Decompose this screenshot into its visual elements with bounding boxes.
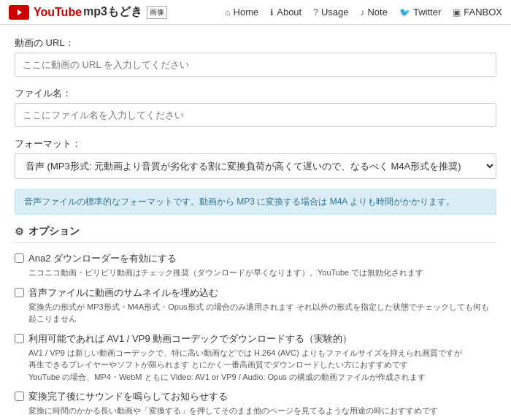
option-title-opt1[interactable]: Ana2 ダウンローダーを有効にする xyxy=(28,252,496,265)
option-item-opt3: 利用可能であれば AV1 / VP9 動画コーデックでダウンロードする（実験的）… xyxy=(15,332,496,383)
option-checkbox-opt2[interactable] xyxy=(15,288,24,297)
option-checkbox-opt3[interactable] xyxy=(15,334,24,343)
option-desc-opt1: ニコニコ動画・ビリビリ動画はチェック推奨（ダウンロードが早くなります）。YouT… xyxy=(28,267,496,279)
option-desc-opt4: 変換に時間のかかる長い動画や「変換する」を押してそのまま他のページを見てるような… xyxy=(28,405,496,417)
format-field-group: フォーマット： 音声 (MP3形式: 元動画より音質が劣化する割に変換負荷が高く… xyxy=(15,137,496,179)
url-field-group: 動画の URL： xyxy=(15,37,496,77)
svg-marker-0 xyxy=(18,9,22,15)
option-checkbox-opt4[interactable] xyxy=(15,392,24,401)
options-title-text: オプション xyxy=(28,225,80,238)
nav-home[interactable]: ⌂ Home xyxy=(225,7,258,18)
nav-home-label: Home xyxy=(234,7,259,18)
nav-usage[interactable]: ? Usage xyxy=(313,7,348,18)
option-content-opt2: 音声ファイルに動画のサムネイルを埋め込む 変換先の形式が MP3形式・M4A形式… xyxy=(28,286,496,325)
nav-fanbox[interactable]: ▣ FANBOX xyxy=(453,7,502,18)
nav-twitter-label: Twitter xyxy=(413,7,441,18)
option-row-opt3: 利用可能であれば AV1 / VP9 動画コーデックでダウンロードする（実験的）… xyxy=(15,332,496,383)
option-desc-opt3: AV1 / VP9 は新しい動画コーデックで、特に高い動画などでは H.264 … xyxy=(28,347,496,383)
options-section-title: ⚙ オプション xyxy=(15,225,496,243)
nav-about[interactable]: ℹ About xyxy=(270,7,301,18)
option-row-opt4: 変換完了後にサウンドを鳴らしてお知らせする 変換に時間のかかる長い動画や「変換す… xyxy=(15,390,496,417)
option-item-opt4: 変換完了後にサウンドを鳴らしてお知らせする 変換に時間のかかる長い動画や「変換す… xyxy=(15,390,496,417)
info-icon: ℹ xyxy=(270,7,274,18)
nav-usage-label: Usage xyxy=(321,7,349,18)
option-content-opt1: Ana2 ダウンローダーを有効にする ニコニコ動画・ビリビリ動画はチェック推奨（… xyxy=(28,252,496,279)
option-content-opt4: 変換完了後にサウンドを鳴らしてお知らせする 変換に時間のかかる長い動画や「変換す… xyxy=(28,390,496,417)
question-icon: ? xyxy=(313,7,318,18)
fanbox-icon: ▣ xyxy=(453,7,461,18)
header: YouTube mp3もどき 画像 ⌂ Home ℹ About ? Usage… xyxy=(0,0,511,25)
logo-youtube-text: YouTube xyxy=(34,6,82,19)
info-box: 音声ファイルの標準的なフォーマットです。動画から MP3 に変換する場合は M4… xyxy=(15,189,496,215)
gear-icon: ⚙ xyxy=(15,226,24,237)
logo-mp3-text: mp3もどき xyxy=(83,4,142,20)
nav-fanbox-label: FANBOX xyxy=(464,7,502,18)
main-content: 動画の URL： ファイル名： フォーマット： 音声 (MP3形式: 元動画より… xyxy=(0,25,511,420)
option-row-opt1: Ana2 ダウンローダーを有効にする ニコニコ動画・ビリビリ動画はチェック推奨（… xyxy=(15,252,496,279)
twitter-icon: 🐦 xyxy=(399,7,410,18)
option-checkbox-opt1[interactable] xyxy=(15,253,24,263)
option-content-opt3: 利用可能であれば AV1 / VP9 動画コーデックでダウンロードする（実験的）… xyxy=(28,332,496,383)
nav-about-label: About xyxy=(277,7,301,18)
nav-note-label: Note xyxy=(367,7,387,18)
option-item-opt1: Ana2 ダウンローダーを有効にする ニコニコ動画・ビリビリ動画はチェック推奨（… xyxy=(15,252,496,279)
option-item-opt2: 音声ファイルに動画のサムネイルを埋め込む 変換先の形式が MP3形式・M4A形式… xyxy=(15,286,496,325)
note-icon: ♪ xyxy=(360,7,364,18)
youtube-icon xyxy=(9,5,29,20)
home-icon: ⌂ xyxy=(225,7,230,18)
url-label: 動画の URL： xyxy=(15,37,496,50)
filename-field-group: ファイル名： xyxy=(15,87,496,127)
format-label: フォーマット： xyxy=(15,137,496,150)
options-container: Ana2 ダウンローダーを有効にする ニコニコ動画・ビリビリ動画はチェック推奨（… xyxy=(15,252,496,420)
info-text: 音声ファイルの標準的なフォーマットです。動画から MP3 に変換する場合は M4… xyxy=(24,196,455,207)
filename-label: ファイル名： xyxy=(15,87,496,100)
option-row-opt2: 音声ファイルに動画のサムネイルを埋め込む 変換先の形式が MP3形式・M4A形式… xyxy=(15,286,496,325)
logo-area: YouTube mp3もどき 画像 xyxy=(9,4,167,20)
option-title-opt2[interactable]: 音声ファイルに動画のサムネイルを埋め込む xyxy=(28,286,496,299)
nav-note[interactable]: ♪ Note xyxy=(360,7,387,18)
format-select[interactable]: 音声 (MP3形式: 元動画より音質が劣化する割に変換負荷が高くて遅いので、なる… xyxy=(15,153,496,179)
nav-twitter[interactable]: 🐦 Twitter xyxy=(399,7,441,18)
option-desc-opt2: 変換先の形式が MP3形式・M4A形式・Opus形式 の場合のみ適用されます そ… xyxy=(28,301,496,325)
url-input[interactable] xyxy=(15,53,496,77)
option-title-opt4[interactable]: 変換完了後にサウンドを鳴らしてお知らせする xyxy=(28,390,496,403)
nav: ⌂ Home ℹ About ? Usage ♪ Note 🐦 Twitter … xyxy=(225,7,502,18)
option-title-opt3[interactable]: 利用可能であれば AV1 / VP9 動画コーデックでダウンロードする（実験的） xyxy=(28,332,496,345)
logo-image-box: 画像 xyxy=(147,6,167,19)
filename-input[interactable] xyxy=(15,103,496,127)
